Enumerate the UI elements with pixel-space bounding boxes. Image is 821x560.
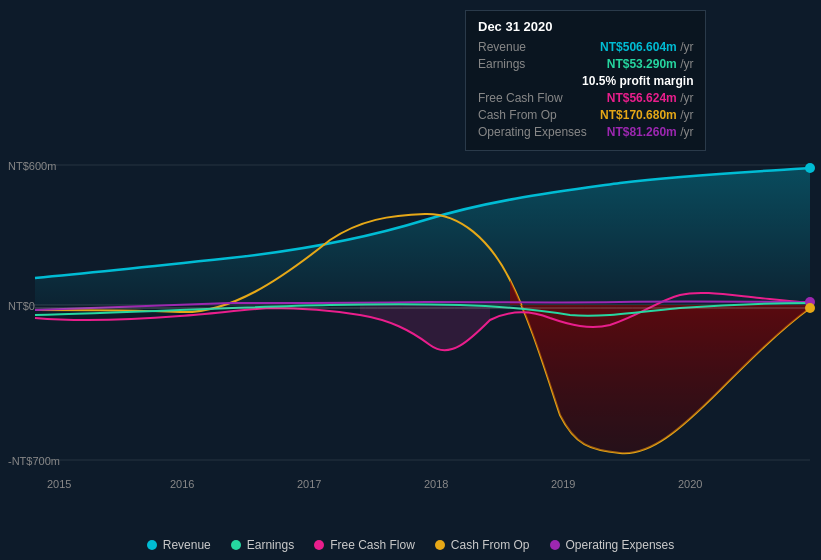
chart-container: 2015 2016 2017 2018 2019 2020 NT$600m NT… bbox=[0, 0, 821, 560]
legend-dot-earnings bbox=[231, 540, 241, 550]
legend-dot-fcf bbox=[314, 540, 324, 550]
legend-item-opex[interactable]: Operating Expenses bbox=[550, 538, 675, 552]
svg-text:2016: 2016 bbox=[170, 478, 194, 490]
svg-text:NT$600m: NT$600m bbox=[8, 160, 56, 172]
legend-dot-revenue bbox=[147, 540, 157, 550]
legend-dot-cashop bbox=[435, 540, 445, 550]
legend-item-revenue[interactable]: Revenue bbox=[147, 538, 211, 552]
svg-text:2020: 2020 bbox=[678, 478, 702, 490]
tooltip-earnings-row: Earnings NT$53.290m /yr bbox=[478, 57, 693, 71]
legend-dot-opex bbox=[550, 540, 560, 550]
legend-label-revenue: Revenue bbox=[163, 538, 211, 552]
legend-label-cashop: Cash From Op bbox=[451, 538, 530, 552]
tooltip-revenue-row: Revenue NT$506.604m /yr bbox=[478, 40, 693, 54]
tooltip-opex-value: NT$81.260m /yr bbox=[607, 125, 694, 139]
legend-item-earnings[interactable]: Earnings bbox=[231, 538, 294, 552]
tooltip-card: Dec 31 2020 Revenue NT$506.604m /yr Earn… bbox=[465, 10, 706, 151]
svg-text:2019: 2019 bbox=[551, 478, 575, 490]
tooltip-cashop-row: Cash From Op NT$170.680m /yr bbox=[478, 108, 693, 122]
legend-label-opex: Operating Expenses bbox=[566, 538, 675, 552]
tooltip-earnings-label: Earnings bbox=[478, 57, 525, 71]
tooltip-revenue-value: NT$506.604m /yr bbox=[600, 40, 693, 54]
tooltip-date: Dec 31 2020 bbox=[478, 19, 693, 34]
svg-text:2017: 2017 bbox=[297, 478, 321, 490]
svg-point-4 bbox=[805, 163, 815, 173]
tooltip-fcf-label: Free Cash Flow bbox=[478, 91, 563, 105]
svg-text:2018: 2018 bbox=[424, 478, 448, 490]
legend-item-fcf[interactable]: Free Cash Flow bbox=[314, 538, 415, 552]
tooltip-fcf-value: NT$56.624m /yr bbox=[607, 91, 694, 105]
legend-label-earnings: Earnings bbox=[247, 538, 294, 552]
svg-text:2015: 2015 bbox=[47, 478, 71, 490]
tooltip-cashop-value: NT$170.680m /yr bbox=[600, 108, 693, 122]
svg-point-6 bbox=[805, 303, 815, 313]
chart-legend: Revenue Earnings Free Cash Flow Cash Fro… bbox=[0, 538, 821, 552]
tooltip-opex-label: Operating Expenses bbox=[478, 125, 587, 139]
tooltip-opex-row: Operating Expenses NT$81.260m /yr bbox=[478, 125, 693, 139]
tooltip-cashop-label: Cash From Op bbox=[478, 108, 557, 122]
svg-text:-NT$700m: -NT$700m bbox=[8, 455, 60, 467]
tooltip-profit-margin: 10.5% profit margin bbox=[582, 74, 693, 88]
svg-text:NT$0: NT$0 bbox=[8, 300, 35, 312]
legend-item-cashop[interactable]: Cash From Op bbox=[435, 538, 530, 552]
tooltip-earnings-value: NT$53.290m /yr bbox=[607, 57, 694, 71]
tooltip-revenue-label: Revenue bbox=[478, 40, 526, 54]
legend-label-fcf: Free Cash Flow bbox=[330, 538, 415, 552]
tooltip-fcf-row: Free Cash Flow NT$56.624m /yr bbox=[478, 91, 693, 105]
